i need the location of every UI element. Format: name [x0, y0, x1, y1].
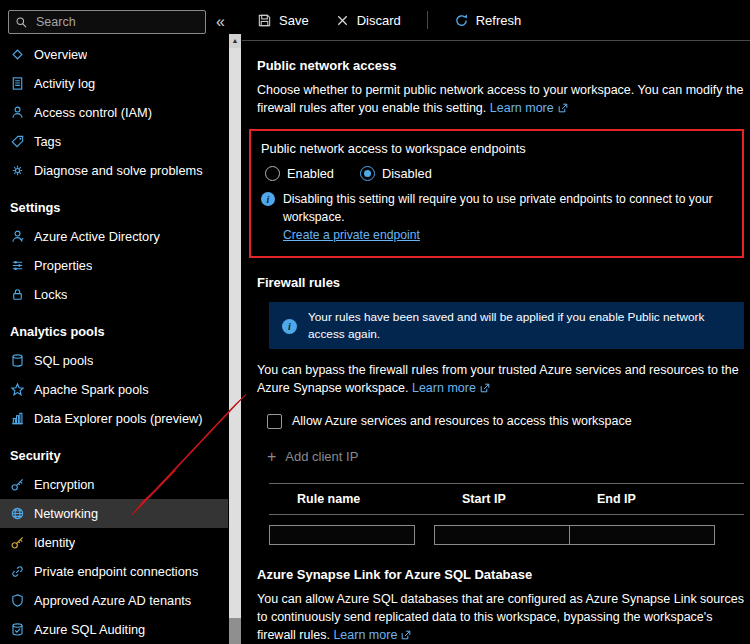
- firewall-rules-table: Rule name Start IP End IP: [269, 483, 744, 545]
- column-header-start-ip: Start IP: [434, 492, 569, 506]
- sidebar-item-label: SQL pools: [34, 353, 93, 368]
- sidebar-item-label: Identity: [34, 535, 75, 550]
- toolbar-divider: [242, 40, 750, 41]
- add-client-ip-button[interactable]: + Add client IP: [267, 449, 358, 465]
- sidebar-item-identity[interactable]: Identity: [0, 528, 228, 557]
- sidebar-item-data-explorer-pools-preview[interactable]: Data Explorer pools (preview): [0, 404, 228, 433]
- firewall-banner-text: Your rules have been saved and will be a…: [308, 309, 731, 342]
- toolbar: Save Discard Refresh: [257, 0, 744, 40]
- key-icon: [10, 477, 25, 492]
- toolbar-separator: [427, 11, 428, 29]
- save-button[interactable]: Save: [257, 13, 309, 28]
- scrollbar-thumb[interactable]: [229, 48, 241, 618]
- doc-icon: [10, 76, 25, 91]
- sidebar-item-label: Diagnose and solve problems: [34, 163, 203, 178]
- info-icon: i: [282, 319, 297, 334]
- table-header-row: Rule name Start IP End IP: [269, 483, 744, 515]
- link-icon: [10, 564, 25, 579]
- sidebar-item-diagnose-and-solve-problems[interactable]: Diagnose and solve problems: [0, 156, 228, 185]
- sidebar-item-access-control-iam[interactable]: Access control (IAM): [0, 98, 228, 127]
- create-private-endpoint-link[interactable]: Create a private endpoint: [283, 228, 420, 242]
- sidebar-groups: OverviewActivity logAccess control (IAM)…: [0, 40, 228, 644]
- sidebar-section-security: Security: [0, 433, 228, 470]
- start-ip-input[interactable]: [434, 525, 580, 545]
- diamond-icon: [10, 47, 25, 62]
- plus-icon: +: [267, 449, 276, 465]
- tag-icon: [10, 134, 25, 149]
- firewall-learn-more-link[interactable]: Learn more: [412, 381, 476, 395]
- sidebar-item-label: Tags: [34, 134, 61, 149]
- save-icon: [257, 13, 272, 28]
- sidebar-item-label: Properties: [34, 258, 92, 273]
- sidebar-item-label: Apache Spark pools: [34, 382, 149, 397]
- scrollbar-up-button[interactable]: ▲: [229, 34, 241, 48]
- synapse-learn-more-link[interactable]: Learn more: [333, 628, 397, 642]
- sidebar-item-label: Overview: [34, 47, 87, 62]
- sidebar-item-label: Azure SQL Auditing: [34, 622, 145, 637]
- refresh-icon: [454, 13, 469, 28]
- sidebar: « OverviewActivity logAccess control (IA…: [0, 0, 228, 644]
- sidebar-item-azure-sql-auditing[interactable]: Azure SQL Auditing: [0, 615, 228, 644]
- external-link-icon: [558, 103, 568, 113]
- sidebar-item-private-endpoint-connections[interactable]: Private endpoint connections: [0, 557, 228, 586]
- external-link-icon: [401, 630, 411, 640]
- checkbox-box: [267, 414, 282, 429]
- column-header-rule-name: Rule name: [269, 492, 434, 506]
- sidebar-search-row: «: [0, 8, 228, 40]
- end-ip-input[interactable]: [569, 525, 715, 545]
- add-client-ip-label: Add client IP: [285, 449, 358, 464]
- sidebar-item-sql-pools[interactable]: SQL pools: [0, 346, 228, 375]
- discard-button[interactable]: Discard: [335, 13, 401, 28]
- sidebar-item-label: Networking: [34, 506, 98, 521]
- sidebar-item-label: Data Explorer pools (preview): [34, 411, 203, 426]
- sidebar-item-networking[interactable]: Networking: [0, 499, 228, 528]
- sidebar-scrollbar: ▲: [228, 0, 242, 644]
- sidebar-item-label: Activity log: [34, 76, 95, 91]
- external-link-icon: [480, 383, 490, 393]
- database-check-icon: [10, 622, 25, 637]
- search-box: [8, 10, 206, 34]
- pna-sub-heading: Public network access to workspace endpo…: [261, 141, 732, 156]
- chart-icon: [10, 411, 25, 426]
- sidebar-item-overview[interactable]: Overview: [0, 40, 228, 69]
- radio-disabled[interactable]: Disabled: [360, 166, 432, 181]
- sidebar-item-azure-active-directory[interactable]: Azure Active Directory: [0, 222, 228, 251]
- key-gold-icon: [10, 535, 25, 550]
- pna-heading: Public network access: [257, 58, 744, 73]
- synapse-link-heading: Azure Synapse Link for Azure SQL Databas…: [257, 567, 744, 582]
- radio-enabled[interactable]: Enabled: [265, 166, 334, 181]
- sidebar-section-settings: Settings: [0, 185, 228, 222]
- gear-icon: [10, 163, 25, 178]
- sidebar-item-approved-azure-ad-tenants[interactable]: Approved Azure AD tenants: [0, 586, 228, 615]
- sidebar-item-label: Locks: [34, 287, 67, 302]
- globe-icon: [10, 506, 25, 521]
- sidebar-item-label: Approved Azure AD tenants: [34, 593, 191, 608]
- lock-icon: [10, 287, 25, 302]
- discard-icon: [335, 13, 350, 28]
- info-icon: i: [261, 192, 275, 206]
- sidebar-item-apache-spark-pools[interactable]: Apache Spark pools: [0, 375, 228, 404]
- sidebar-item-activity-log[interactable]: Activity log: [0, 69, 228, 98]
- sidebar-item-locks[interactable]: Locks: [0, 280, 228, 309]
- sidebar-item-tags[interactable]: Tags: [0, 127, 228, 156]
- app-root: « OverviewActivity logAccess control (IA…: [0, 0, 750, 644]
- star-icon: [10, 382, 25, 397]
- refresh-button[interactable]: Refresh: [454, 13, 522, 28]
- sidebar-item-properties[interactable]: Properties: [0, 251, 228, 280]
- sidebar-section-analytics-pools: Analytics pools: [0, 309, 228, 346]
- synapse-link-description: You can allow Azure SQL databases that a…: [257, 590, 744, 644]
- refresh-label: Refresh: [476, 13, 522, 28]
- rule-name-input[interactable]: [269, 525, 415, 545]
- allow-azure-services-checkbox[interactable]: Allow Azure services and resources to ac…: [267, 414, 744, 429]
- discard-label: Discard: [357, 13, 401, 28]
- save-label: Save: [279, 13, 309, 28]
- firewall-heading: Firewall rules: [257, 275, 744, 290]
- sidebar-item-encryption[interactable]: Encryption: [0, 470, 228, 499]
- shield-icon: [10, 593, 25, 608]
- pna-learn-more-link[interactable]: Learn more: [490, 101, 554, 115]
- pna-info-row: i Disabling this setting will require yo…: [261, 191, 732, 244]
- sidebar-item-label: Access control (IAM): [34, 105, 152, 120]
- search-input[interactable]: [34, 14, 199, 30]
- sidebar-item-label: Encryption: [34, 477, 94, 492]
- pna-info-text: Disabling this setting will require you …: [283, 192, 713, 224]
